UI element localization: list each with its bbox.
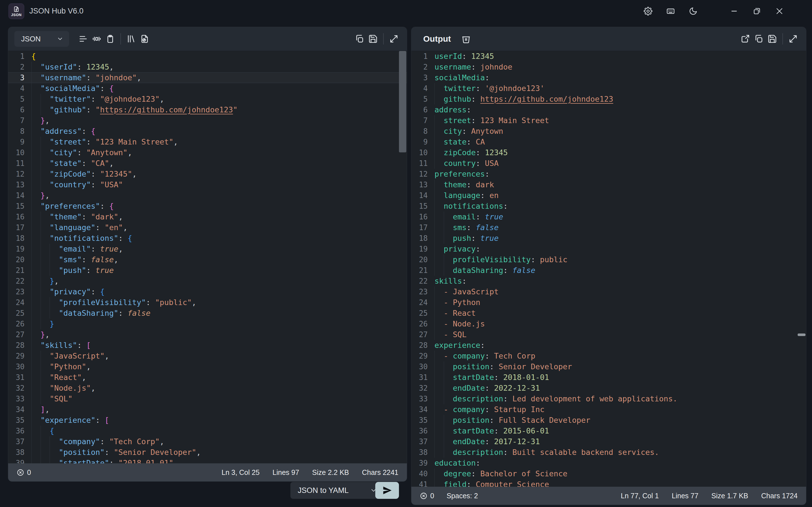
code-line: 26 - Node.js: [411, 319, 806, 329]
indent-guide: [435, 255, 435, 265]
indent-guide: [41, 244, 41, 255]
line-number: 15: [8, 201, 24, 212]
code-line: 26 }: [8, 319, 407, 329]
close-button[interactable]: [774, 6, 784, 16]
line-number: 18: [411, 233, 428, 244]
indent-guide: [41, 426, 41, 436]
indent-guide: [41, 319, 41, 329]
line-number: 39: [411, 458, 428, 468]
moon-icon: [689, 7, 698, 15]
indent-guide: [435, 179, 435, 190]
line-number: 22: [8, 276, 24, 286]
expand-input-button[interactable]: [387, 32, 401, 46]
line-number: 5: [8, 94, 24, 105]
indent-guide: [31, 158, 32, 169]
indent-guide: [50, 458, 50, 463]
line-number: 19: [8, 244, 24, 255]
line-number: 8: [8, 126, 24, 136]
indent-guide: [31, 265, 32, 276]
line-number: 29: [411, 351, 428, 361]
indent-guide: [50, 265, 50, 276]
code-line: 13 theme: dark: [411, 179, 806, 190]
indent-guide: [435, 212, 435, 222]
code-line: 21 "push": true: [8, 265, 407, 276]
sample-library-button[interactable]: [124, 32, 138, 46]
maximize-restore-button[interactable]: [752, 6, 762, 16]
line-number: 23: [411, 286, 428, 297]
share-output-button[interactable]: [739, 32, 752, 46]
indent-guide: [435, 319, 435, 329]
line-number: 18: [8, 233, 24, 244]
clear-output-button[interactable]: [459, 32, 473, 46]
toolbar-divider: [383, 33, 384, 45]
save-icon: [767, 34, 777, 44]
paste-button[interactable]: [103, 32, 117, 46]
save-input-button[interactable]: [366, 32, 380, 46]
scrollbar-thumb[interactable]: [798, 334, 806, 336]
indent-guide: [31, 179, 32, 190]
code-line: 21 dataSharing: false: [411, 265, 806, 276]
conversion-mode-select[interactable]: JSON to YAML: [290, 482, 382, 499]
indent-guide: [31, 115, 32, 126]
indent-guide: [41, 393, 41, 404]
code-line: 16 email: true: [411, 212, 806, 222]
code-line: 33 "SQL": [8, 393, 407, 404]
code-line: 22 },: [8, 276, 407, 286]
copy-output-button[interactable]: [752, 32, 765, 46]
indent-guide: [31, 415, 32, 426]
indent-guide: [435, 244, 435, 255]
json-editor[interactable]: 1{2 "userId": 12345,3 "username": "johnd…: [8, 51, 407, 463]
indent-guide: [435, 83, 435, 94]
line-number: 25: [8, 308, 24, 319]
error-count[interactable]: 0: [420, 492, 434, 500]
minimize-button[interactable]: [729, 6, 739, 16]
convert-button[interactable]: [375, 482, 399, 499]
indent-guide: [41, 212, 41, 222]
indent-guide: [31, 62, 32, 72]
copy-input-button[interactable]: [353, 32, 366, 46]
settings-button[interactable]: [643, 6, 653, 16]
indent-guide: [435, 265, 435, 276]
save-icon: [368, 34, 378, 44]
keyboard-shortcuts-button[interactable]: [665, 6, 675, 16]
minify-button[interactable]: [90, 32, 103, 46]
indent-guide: [31, 244, 32, 255]
code-line: 7 },: [8, 115, 407, 126]
indent-guide: [50, 308, 50, 319]
code-line: 19 "email": true,: [8, 244, 407, 255]
line-count: Lines 77: [672, 492, 699, 500]
indent-guide: [31, 255, 32, 265]
error-count-value: 0: [430, 492, 434, 500]
line-number: 1: [411, 51, 428, 62]
scrollbar-thumb[interactable]: [399, 51, 406, 152]
indent-guide: [31, 190, 32, 201]
theme-toggle-button[interactable]: [688, 6, 698, 16]
format-button[interactable]: [77, 32, 90, 46]
expand-output-button[interactable]: [786, 32, 800, 46]
indent-guide: [31, 393, 32, 404]
align-left-icon: [79, 34, 88, 44]
indent-guide: [435, 136, 435, 147]
code-line: 20 profileVisibility: public: [411, 255, 806, 265]
code-line: 38 "position": "Senior Developer",: [8, 447, 407, 458]
cursor-position: Ln 3, Col 25: [221, 468, 260, 476]
code-line: 10 zipCode: 12345: [411, 147, 806, 158]
indent-guide: [41, 447, 41, 458]
indent-guide: [41, 255, 41, 265]
indent-guide: [41, 458, 41, 463]
line-number: 36: [411, 426, 428, 436]
code-line: 4 twitter: '@johndoe123': [411, 83, 806, 94]
code-line: 34 - company: Startup Inc: [411, 404, 806, 415]
line-number: 17: [411, 222, 428, 233]
line-number: 2: [411, 62, 428, 72]
save-output-button[interactable]: [765, 32, 779, 46]
language-select[interactable]: JSON: [14, 31, 69, 47]
error-count[interactable]: 0: [17, 468, 31, 476]
yaml-output-editor[interactable]: 1userId: 123452username: johndoe3socialM…: [411, 51, 806, 487]
output-title: Output: [423, 34, 451, 44]
code-line: 22skills:: [411, 276, 806, 286]
line-number: 28: [411, 340, 428, 351]
load-file-button[interactable]: [138, 32, 151, 46]
code-line: 27 - SQL: [411, 329, 806, 340]
input-toolbar: JSON: [8, 27, 407, 51]
